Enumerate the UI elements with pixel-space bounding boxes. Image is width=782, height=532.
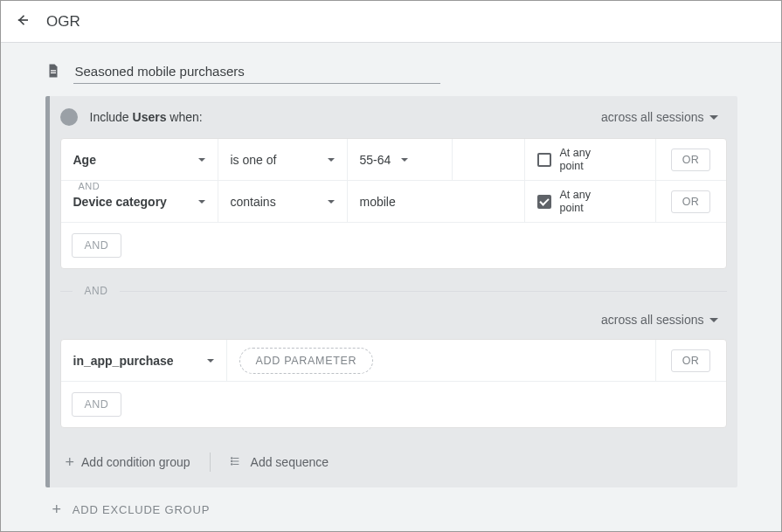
svg-point-1 — [231, 460, 232, 461]
event-select[interactable]: in_app_purchase — [61, 340, 227, 381]
chevron-down-icon — [198, 158, 205, 162]
and-connector-label: AND — [75, 181, 104, 191]
chevron-down-icon — [328, 158, 335, 162]
scope-selector[interactable]: across all sessions — [596, 309, 723, 330]
include-clause: Include Users when: — [90, 110, 585, 124]
add-condition-group-button[interactable]: + Add condition group — [60, 451, 196, 473]
or-button[interactable]: OR — [671, 349, 711, 372]
value-input[interactable]: mobile — [348, 181, 525, 222]
and-button[interactable]: AND — [72, 392, 122, 417]
operator-select[interactable]: is one of — [218, 139, 348, 180]
at-any-point-toggle[interactable]: At any point — [525, 181, 656, 222]
segment-title-input[interactable] — [73, 60, 440, 84]
chevron-down-icon — [328, 200, 335, 204]
checkbox-checked-icon — [537, 195, 551, 209]
chevron-down-icon — [709, 318, 718, 322]
add-sequence-button[interactable]: Add sequence — [225, 452, 335, 473]
plus-icon: + — [52, 501, 62, 517]
chevron-down-icon — [709, 115, 718, 120]
add-exclude-group-button[interactable]: + ADD EXCLUDE GROUP — [45, 487, 737, 522]
condition-group: Age is one of 55-64 At any point — [60, 138, 727, 269]
svg-point-2 — [231, 463, 232, 464]
and-button[interactable]: AND — [72, 233, 122, 258]
group-and-separator: AND — [50, 280, 737, 306]
condition-group: in_app_purchase ADD PARAMETER OR AND — [60, 339, 727, 428]
at-any-point-toggle[interactable]: At any point — [525, 139, 656, 180]
value-select[interactable]: 55-64 — [348, 139, 453, 180]
sequence-icon — [230, 455, 244, 470]
chevron-down-icon — [401, 158, 408, 162]
chevron-down-icon — [207, 359, 214, 363]
add-parameter-button[interactable]: ADD PARAMETER — [239, 348, 374, 374]
or-button[interactable]: OR — [671, 149, 711, 171]
document-icon — [45, 61, 61, 84]
chevron-down-icon — [198, 200, 205, 204]
page-title: OGR — [46, 13, 80, 31]
include-indicator-icon — [60, 108, 78, 126]
scope-selector[interactable]: across all sessions — [596, 107, 723, 128]
plus-icon: + — [66, 454, 75, 470]
back-icon[interactable] — [15, 12, 31, 31]
include-builder: Include Users when: across all sessions … — [45, 96, 737, 487]
checkbox-icon — [537, 153, 551, 167]
dimension-select[interactable]: Age — [61, 139, 218, 180]
operator-select[interactable]: contains — [218, 181, 348, 222]
svg-point-0 — [231, 457, 232, 458]
or-button[interactable]: OR — [671, 190, 711, 213]
